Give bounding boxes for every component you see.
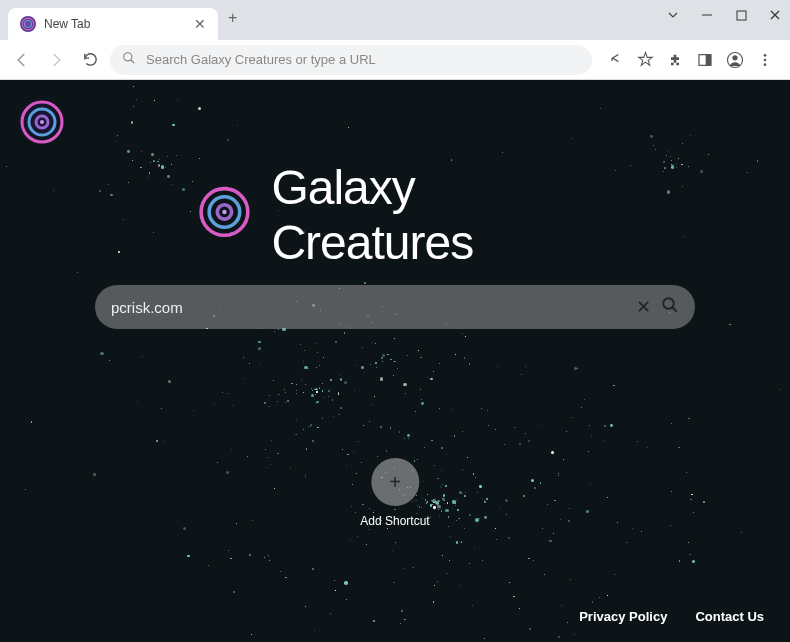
maximize-button[interactable] [734, 8, 748, 22]
page-content: Galaxy Creatures ✕ + Add Shortcut Privac… [0, 80, 790, 642]
contact-link[interactable]: Contact Us [695, 609, 764, 624]
extensions-icon[interactable] [666, 51, 684, 69]
toolbar-actions [598, 51, 782, 69]
sidepanel-icon[interactable] [696, 51, 714, 69]
svg-point-21 [222, 210, 226, 214]
svg-point-11 [764, 54, 767, 57]
close-icon[interactable]: ✕ [194, 16, 206, 32]
clear-icon[interactable]: ✕ [636, 296, 651, 318]
page-title: Galaxy Creatures [271, 160, 592, 270]
search-icon [122, 51, 136, 69]
close-button[interactable] [768, 8, 782, 22]
chevron-down-icon[interactable] [666, 8, 680, 22]
svg-rect-8 [706, 54, 711, 65]
profile-icon[interactable] [726, 51, 744, 69]
back-button[interactable] [8, 46, 36, 74]
search-bar[interactable]: ✕ [95, 285, 695, 329]
svg-line-23 [672, 307, 677, 312]
menu-icon[interactable] [756, 51, 774, 69]
add-shortcut-button[interactable]: + Add Shortcut [360, 458, 429, 528]
search-icon[interactable] [661, 296, 679, 319]
privacy-link[interactable]: Privacy Policy [579, 609, 667, 624]
svg-point-13 [764, 63, 767, 66]
minimize-button[interactable] [700, 8, 714, 22]
tab-title: New Tab [44, 17, 186, 31]
browser-toolbar: Search Galaxy Creatures or type a URL [0, 40, 790, 80]
browser-tab[interactable]: New Tab ✕ [8, 8, 218, 40]
omnibox-placeholder: Search Galaxy Creatures or type a URL [146, 52, 376, 67]
spiral-icon [18, 98, 66, 146]
svg-line-6 [131, 59, 135, 63]
shortcut-label: Add Shortcut [360, 514, 429, 528]
corner-logo [18, 98, 66, 146]
footer-links: Privacy Policy Contact Us [579, 609, 764, 624]
spiral-icon [20, 16, 36, 32]
window-titlebar: New Tab ✕ + [0, 0, 790, 40]
share-icon[interactable] [606, 51, 624, 69]
svg-point-12 [764, 58, 767, 61]
plus-icon: + [371, 458, 419, 506]
hero-logo [198, 185, 252, 245]
page-hero: Galaxy Creatures [198, 160, 593, 270]
svg-point-2 [27, 23, 29, 25]
svg-rect-4 [737, 11, 746, 20]
star-icon[interactable] [636, 51, 654, 69]
svg-point-5 [124, 52, 132, 60]
window-controls [666, 8, 782, 22]
new-tab-button[interactable]: + [218, 9, 247, 27]
forward-button[interactable] [42, 46, 70, 74]
reload-button[interactable] [76, 46, 104, 74]
omnibox[interactable]: Search Galaxy Creatures or type a URL [110, 45, 592, 75]
svg-point-22 [663, 298, 674, 309]
svg-point-17 [40, 120, 44, 124]
svg-point-10 [732, 55, 737, 60]
search-input[interactable] [111, 299, 626, 316]
